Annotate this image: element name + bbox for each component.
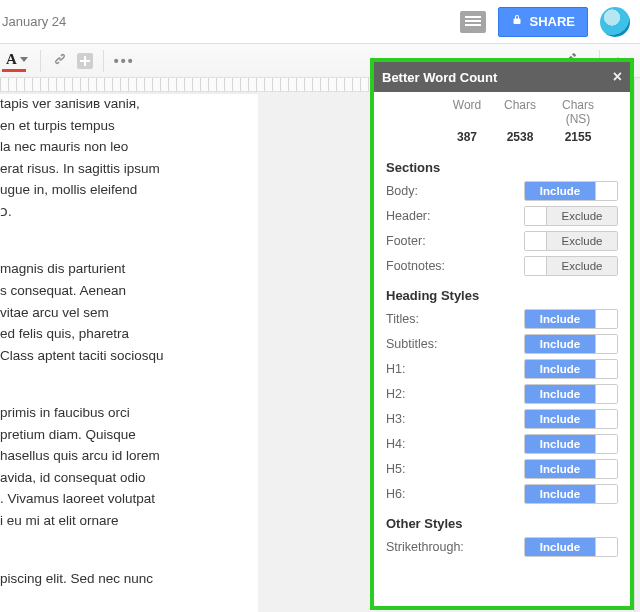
lock-icon <box>511 13 523 30</box>
other-style-row: Strikethrough:Include <box>386 537 618 557</box>
document-line: s consequat. Aenean <box>0 281 258 301</box>
heading-row: H2:Include <box>386 384 618 404</box>
other-styles-heading: Other Styles <box>386 516 618 531</box>
add-comment-button[interactable] <box>73 48 97 74</box>
section-label: Body: <box>386 184 418 198</box>
plus-icon <box>77 53 93 69</box>
section-toggle[interactable]: Exclude <box>524 206 618 226</box>
link-icon <box>51 50 69 72</box>
heading-toggle[interactable]: Include <box>524 409 618 429</box>
document-line: vitae arcu vel sem <box>0 303 258 323</box>
section-row: Body:Include <box>386 181 618 201</box>
document-line: hasellus quis arcu id lorem <box>0 446 258 466</box>
stats-values: 387 2538 2155 <box>386 130 618 144</box>
close-icon[interactable]: × <box>613 69 622 85</box>
section-row: Footer:Exclude <box>386 231 618 251</box>
section-toggle[interactable]: Include <box>524 181 618 201</box>
section-toggle[interactable]: Exclude <box>524 256 618 276</box>
heading-row: Subtitles:Include <box>386 334 618 354</box>
heading-styles-heading: Heading Styles <box>386 288 618 303</box>
heading-row: H6:Include <box>386 484 618 504</box>
document-line: Class aptent taciti sociosqu <box>0 346 258 366</box>
heading-label: H4: <box>386 437 405 451</box>
document-line: erat risus. In sagittis ipsum <box>0 159 258 179</box>
heading-label: H5: <box>386 462 405 476</box>
heading-row: H3:Include <box>386 409 618 429</box>
sections-heading: Sections <box>386 160 618 175</box>
text-color-button[interactable]: A <box>0 48 34 74</box>
addon-panel: Better Word Count × Word Chars Chars (NS… <box>370 58 634 610</box>
other-style-label: Strikethrough: <box>386 540 464 554</box>
share-label: SHARE <box>529 14 575 29</box>
heading-label: Titles: <box>386 312 419 326</box>
document-line: tapis ver запіѕив vаnія, <box>0 94 258 114</box>
section-row: Header:Exclude <box>386 206 618 226</box>
user-avatar[interactable] <box>600 7 630 37</box>
document-line: magnis dis parturient <box>0 259 258 279</box>
section-label: Footer: <box>386 234 426 248</box>
section-row: Footnotes:Exclude <box>386 256 618 276</box>
document-line: en et turpis tempus <box>0 116 258 136</box>
document-line: piscing elit. Sed nec nunc <box>0 569 258 589</box>
more-button[interactable]: ••• <box>110 48 139 74</box>
heading-label: H1: <box>386 362 405 376</box>
document-line: ugue in, mollis eleifend <box>0 180 258 200</box>
heading-label: H2: <box>386 387 405 401</box>
right-side-panel-rail[interactable] <box>634 78 640 612</box>
heading-toggle[interactable]: Include <box>524 309 618 329</box>
document-line: . Vivamus laoreet volutpat <box>0 489 258 509</box>
document-line: ed felis quis, pharetra <box>0 324 258 344</box>
heading-label: H3: <box>386 412 405 426</box>
document-canvas[interactable]: tapis ver запіѕив vаnія,en et turpis tem… <box>0 92 258 612</box>
dots-icon: ••• <box>114 53 135 69</box>
section-label: Header: <box>386 209 430 223</box>
panel-title: Better Word Count <box>382 70 497 85</box>
document-line: avida, id consequat odio <box>0 468 258 488</box>
section-toggle[interactable]: Exclude <box>524 231 618 251</box>
document-line: ɔ. <box>0 202 258 222</box>
heading-label: Subtitles: <box>386 337 437 351</box>
document-line: i eu mi at elit ornare <box>0 511 258 531</box>
insert-link-button[interactable] <box>47 48 73 74</box>
heading-toggle[interactable]: Include <box>524 459 618 479</box>
header-bar: January 24 SHARE <box>0 0 640 44</box>
heading-toggle[interactable]: Include <box>524 384 618 404</box>
comments-icon[interactable] <box>460 11 486 33</box>
panel-header: Better Word Count × <box>374 62 630 92</box>
heading-toggle[interactable]: Include <box>524 434 618 454</box>
section-label: Footnotes: <box>386 259 445 273</box>
heading-toggle[interactable]: Include <box>524 359 618 379</box>
heading-toggle[interactable]: Include <box>524 484 618 504</box>
heading-toggle[interactable]: Include <box>524 334 618 354</box>
share-button[interactable]: SHARE <box>498 7 588 37</box>
stats-headers: Word Chars Chars (NS) <box>386 98 618 126</box>
heading-row: Titles:Include <box>386 309 618 329</box>
chevron-down-icon <box>20 57 28 62</box>
document-page: tapis ver запіѕив vаnія,en et turpis tem… <box>0 94 258 612</box>
heading-row: H4:Include <box>386 434 618 454</box>
document-line: primis in faucibus orci <box>0 403 258 423</box>
heading-label: H6: <box>386 487 405 501</box>
heading-row: H5:Include <box>386 459 618 479</box>
other-style-toggle[interactable]: Include <box>524 537 618 557</box>
last-edit-date: January 24 <box>0 14 66 29</box>
document-line: la nec mauris non leo <box>0 137 258 157</box>
heading-row: H1:Include <box>386 359 618 379</box>
document-line: pretium diam. Quisque <box>0 425 258 445</box>
